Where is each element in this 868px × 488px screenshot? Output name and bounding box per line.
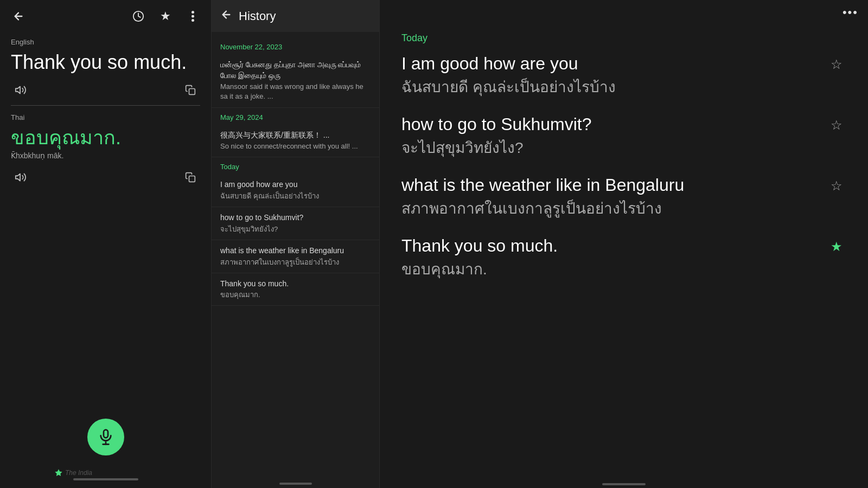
right-panel: ••• TodayI am good how are youฉันสบายดี … — [380, 0, 868, 488]
svg-rect-7 — [189, 176, 195, 182]
more-options-icon[interactable] — [184, 8, 201, 25]
history-date-label: November 22, 2023 — [212, 37, 379, 54]
middle-scroll-indicator — [279, 483, 312, 485]
history-date-label: May 29, 2024 — [212, 108, 379, 125]
left-content: English Thank you so much. Thai ขอบคุณมา… — [0, 33, 211, 473]
target-language-label: Thai — [11, 113, 200, 121]
right-item-texts: what is the weather like in Bengaluruสภา… — [401, 174, 818, 219]
svg-point-1 — [192, 11, 194, 14]
star-button[interactable]: ☆ — [827, 115, 846, 135]
svg-rect-5 — [189, 89, 195, 95]
history-item-translated: สภาพอากาศในเบงกาลูรูเป็นอย่างไรบ้าง — [220, 258, 371, 267]
more-menu-icon[interactable]: ••• — [843, 5, 858, 20]
mic-button[interactable] — [87, 419, 124, 455]
history-item[interactable]: how to go to Sukhumvit?จะไปสุขุมวิทยังไง… — [212, 207, 379, 240]
source-actions — [11, 80, 200, 100]
svg-marker-4 — [16, 87, 20, 94]
middle-scroll-area — [212, 481, 379, 488]
right-item-source: how to go to Sukhumvit? — [401, 113, 818, 136]
history-panel: History November 22, 2023மன்சூர் பேசுனது… — [212, 0, 380, 488]
right-item: what is the weather like in Bengaluruสภา… — [401, 174, 846, 219]
history-header: History — [212, 0, 379, 32]
right-item: how to go to Sukhumvit?จะไปสุขุมวิทยังไง… — [401, 113, 846, 158]
right-top-bar: ••• — [380, 0, 868, 25]
right-item-texts: how to go to Sukhumvit?จะไปสุขุมวิทยังไง… — [401, 113, 818, 158]
svg-marker-6 — [16, 174, 20, 181]
right-item-source: Thank you so much. — [401, 235, 818, 258]
history-list: November 22, 2023மன்சூர் பேசுனது தப்புதா… — [212, 32, 379, 481]
right-item-source: I am good how are you — [401, 53, 818, 75]
right-item: I am good how are youฉันสบายดี คุณล่ะเป็… — [401, 53, 846, 97]
right-item-translated: ฉันสบายดี คุณล่ะเป็นอย่างไรบ้าง — [401, 78, 818, 97]
history-item-translated: จะไปสุขุมวิทยังไง? — [220, 224, 371, 234]
volume-target-icon[interactable] — [11, 168, 30, 187]
history-item-translated: ฉันสบายดี คุณล่ะเป็นอย่างไรบ้าง — [220, 191, 371, 201]
right-item-texts: Thank you so much.ขอบคุณมาก. — [401, 235, 818, 279]
history-item-translated: Mansoor said it was wrong and like alway… — [220, 82, 371, 101]
history-item[interactable]: Thank you so much.ขอบคุณมาก. — [212, 273, 379, 306]
star-button[interactable]: ★ — [827, 237, 846, 256]
divider — [11, 105, 200, 106]
history-item[interactable]: 很高兴与大家联系/重新联系！ ...So nice to connect/rec… — [212, 125, 379, 158]
right-item: Thank you so much.ขอบคุณมาก.★ — [401, 235, 846, 279]
history-date-label: Today — [212, 157, 379, 174]
history-item-translated: ขอบคุณมาก. — [220, 290, 371, 300]
right-scroll-indicator — [602, 483, 646, 485]
source-language-label: English — [11, 38, 200, 46]
svg-rect-8 — [104, 430, 108, 438]
history-item[interactable]: I am good how are youฉันสบายดี คุณล่ะเป็… — [212, 174, 379, 207]
copy-target-icon[interactable] — [181, 168, 200, 187]
right-section-label: Today — [401, 33, 846, 44]
right-scroll-area — [380, 480, 868, 488]
star-button[interactable]: ☆ — [827, 176, 846, 196]
bottom-indicator — [73, 478, 138, 480]
history-icon[interactable] — [130, 8, 147, 25]
history-item-source: how to go to Sukhumvit? — [220, 213, 371, 223]
history-item-source: Thank you so much. — [220, 279, 371, 290]
right-item-texts: I am good how are youฉันสบายดี คุณล่ะเป็… — [401, 53, 818, 97]
right-item-translated: ขอบคุณมาก. — [401, 260, 818, 279]
left-panel: ★ English Thank you so much. — [0, 0, 212, 488]
volume-icon[interactable] — [11, 80, 30, 100]
right-item-source: what is the weather like in Bengaluru — [401, 174, 818, 197]
back-button[interactable] — [10, 8, 27, 25]
target-actions — [11, 168, 200, 187]
left-toolbar: ★ — [0, 0, 211, 33]
history-item[interactable]: மன்சூர் பேசுனது தப்புதா அனா அவுரு எப்பவு… — [212, 54, 379, 108]
romanized-text: K̄hxbkhuṇ māk. — [11, 151, 200, 160]
copy-source-icon[interactable] — [181, 80, 200, 100]
history-item-source: 很高兴与大家联系/重新联系！ ... — [220, 130, 371, 141]
source-text: Thank you so much. — [11, 50, 200, 74]
right-detail-list: TodayI am good how are youฉันสบายดี คุณล… — [380, 25, 868, 480]
history-item-source: what is the weather like in Bengaluru — [220, 246, 371, 256]
svg-point-3 — [192, 19, 194, 22]
favorites-star-icon[interactable]: ★ — [157, 8, 174, 25]
history-item[interactable]: what is the weather like in Bengaluruสภา… — [212, 240, 379, 273]
svg-marker-11 — [55, 469, 62, 476]
translated-text: ขอบคุณมาก. — [11, 126, 200, 149]
right-item-translated: สภาพอากาศในเบงกาลูรูเป็นอย่างไรบ้าง — [401, 199, 818, 219]
history-title: History — [239, 9, 276, 23]
right-item-translated: จะไปสุขุมวิทยังไง? — [401, 138, 818, 158]
history-item-translated: So nice to connect/reconnect with you al… — [220, 142, 371, 151]
history-item-source: I am good how are you — [220, 179, 371, 190]
bottom-bar — [0, 473, 211, 488]
history-item-source: மன்சூர் பேசுனது தப்புதா அனா அவுரு எப்பவு… — [220, 60, 371, 81]
history-back-button[interactable] — [220, 9, 232, 23]
watermark: The India — [54, 468, 92, 477]
svg-point-2 — [192, 15, 194, 18]
star-button[interactable]: ☆ — [827, 55, 846, 74]
